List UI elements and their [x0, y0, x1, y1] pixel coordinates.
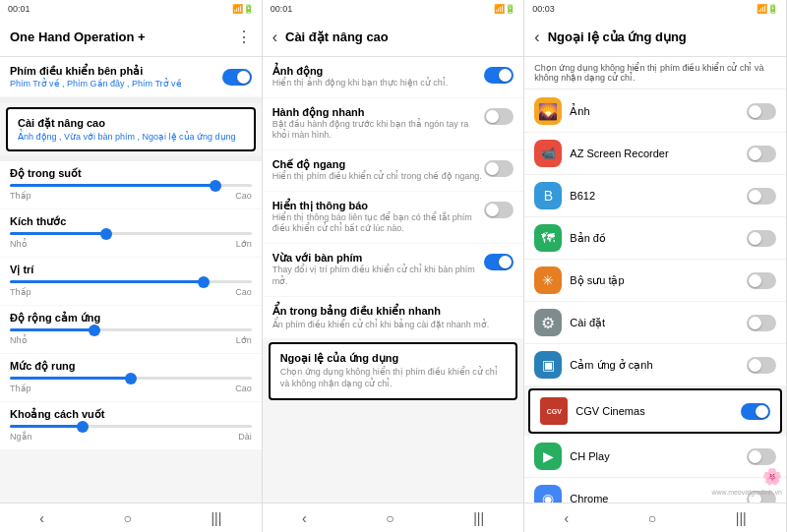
slider-section-2[interactable]: Vị trí Thấp Cao [0, 258, 262, 305]
p2-toggle-knob-1 [486, 110, 499, 123]
slider-right-label-5: Dài [238, 432, 252, 442]
app-toggle-7[interactable] [741, 403, 770, 420]
app-icon-6: ▣ [534, 351, 562, 379]
p2-toggle-4[interactable] [484, 254, 514, 270]
p2-toggle-row-1[interactable]: Hành động nhanh Bật đầu hành động trước … [263, 98, 524, 149]
panel-desc-3: Chọn ứng dụng không hiển thị phím điều k… [524, 57, 786, 89]
app-item-1[interactable]: 📹 AZ Screen Recorder [524, 133, 786, 175]
nav-back-2[interactable]: ‹ [294, 506, 315, 530]
p2-toggle-row-0[interactable]: Ảnh động Hiển thị ảnh động khi bạn thực … [263, 57, 524, 97]
slider-section-5[interactable]: Khoảng cách vuốt Ngắn Dài [0, 402, 262, 449]
p2-item-6[interactable]: Ngoại lệ của ứng dụng Chọn ứng dụng khôn… [269, 342, 518, 399]
slider-thumb-5 [77, 421, 89, 433]
app-name-2: B612 [570, 190, 747, 202]
slider-track-3[interactable] [10, 328, 252, 331]
back-arrow-2[interactable]: ‹ [272, 29, 277, 46]
nav-back-1[interactable]: ‹ [31, 506, 52, 530]
app-name-3: Bản đồ [570, 232, 747, 245]
app-title-1: One Hand Operation + [10, 30, 232, 44]
slider-track-4[interactable] [10, 377, 252, 380]
slider-fill-3 [10, 328, 94, 331]
p2-toggle-0[interactable] [484, 67, 514, 84]
items-container-2: Ảnh động Hiển thị ảnh động khi bạn thực … [263, 57, 524, 400]
app-header-2: ‹ Cài đặt nâng cao [263, 18, 524, 57]
app-toggle-knob-7 [756, 405, 768, 418]
app-icon-0: 🌄 [534, 97, 562, 125]
p2-toggle-1[interactable] [484, 108, 514, 125]
watermark-lotus-icon: 🌸 [711, 466, 782, 488]
app-item-2[interactable]: B B612 [524, 175, 786, 217]
app-toggle-0[interactable] [747, 103, 776, 120]
nav-home-2[interactable]: ○ [378, 506, 401, 530]
slider-track-2[interactable] [10, 280, 252, 283]
slider-section-3[interactable]: Độ rộng cảm ứng Nhỏ Lớn [0, 306, 262, 353]
app-item-3[interactable]: 🗺 Bản đồ [524, 217, 786, 260]
slider-right-label-3: Lớn [236, 335, 252, 345]
slider-thumb-2 [198, 276, 210, 288]
slider-section-4[interactable]: Mức độ rung Thấp Cao [0, 354, 262, 401]
app-name-7: CGV Cinemas [575, 405, 741, 417]
toggle-row-right-key[interactable]: Phím điều khiển bên phải Phím Trở về , P… [0, 57, 262, 96]
watermark: 🌸 www.meovatgiadinh.vn [711, 466, 782, 498]
toggle-switch-1[interactable] [222, 69, 252, 86]
slider-track-0[interactable] [10, 184, 252, 187]
app-item-5[interactable]: ⚙ Cài đặt [524, 302, 786, 344]
app-toggle-2[interactable] [747, 188, 776, 205]
p2-toggle-row-3[interactable]: Hiển thị thông báo Hiển thị thông báo li… [263, 192, 524, 243]
app-toggle-knob-4 [749, 274, 761, 287]
p2-item-title-5: Ẩn trong bảng điều khiển nhanh [272, 305, 515, 318]
section-item-advanced[interactable]: Cài đặt nâng cao Ảnh động , Vừa với bàn … [6, 107, 256, 151]
menu-icon-1[interactable]: ⋮ [236, 28, 252, 46]
app-toggle-1[interactable] [747, 146, 776, 162]
app-toggle-6[interactable] [747, 357, 776, 374]
nav-home-1[interactable]: ○ [115, 506, 139, 530]
slider-thumb-3 [89, 325, 100, 336]
app-toggle-8[interactable] [747, 448, 776, 465]
back-arrow-3[interactable]: ‹ [534, 29, 539, 46]
app-toggle-knob-6 [749, 359, 761, 372]
nav-recent-1[interactable]: ||| [203, 506, 229, 530]
app-item-4[interactable]: ✳ Bộ sưu tập [524, 260, 786, 302]
app-header-1: One Hand Operation + ⋮ [0, 18, 262, 57]
p2-toggle-3[interactable] [484, 202, 514, 218]
app-toggle-4[interactable] [747, 272, 776, 289]
app-name-6: Cảm ứng ở cạnh [570, 359, 747, 372]
app-item-0[interactable]: 🌄 Ảnh [524, 90, 786, 133]
nav-back-3[interactable]: ‹ [557, 506, 577, 530]
slider-track-5[interactable] [10, 425, 252, 428]
nav-home-3[interactable]: ○ [640, 506, 664, 530]
app-title-2: Cài đặt nâng cao [285, 30, 514, 44]
slider-title-5: Khoảng cách vuốt [10, 408, 252, 421]
slider-section-1[interactable]: Kích thước Nhỏ Lớn [0, 209, 262, 257]
app-toggle-3[interactable] [747, 230, 776, 247]
app-item-7[interactable]: CGV CGV Cinemas [528, 388, 782, 434]
app-icon-8: ▶ [534, 443, 562, 470]
slider-title-3: Độ rộng cảm ứng [10, 312, 252, 325]
slider-fill-1 [10, 232, 106, 235]
p2-toggle-label-2: Chế độ ngang [272, 158, 485, 171]
bottom-nav-1: ‹ ○ ||| [0, 502, 262, 532]
p2-toggle-row-4[interactable]: Vừa với bàn phím Thay đổi vị trí phím đi… [263, 244, 524, 295]
app-item-6[interactable]: ▣ Cảm ứng ở cạnh [524, 344, 786, 386]
p2-item-desc-5: Ẩn phím điều khiển cử chỉ khi bảng cài đ… [272, 320, 515, 331]
p2-toggle-desc-3: Hiển thị thông báo liên tục để bạn có th… [272, 212, 485, 235]
p2-toggle-2[interactable] [484, 160, 514, 177]
slider-thumb-0 [210, 180, 221, 192]
p2-toggle-desc-1: Bật đầu hành động trước khi bạn thả ngón… [272, 119, 485, 142]
p2-toggle-row-2[interactable]: Chế độ ngang Hiển thị phím điều khiển cử… [263, 150, 524, 191]
app-toggle-knob-0 [749, 105, 761, 118]
slider-title-2: Vị trí [10, 264, 252, 276]
slider-section-0[interactable]: Độ trong suốt Thấp Cao [0, 161, 262, 208]
app-toggle-5[interactable] [747, 315, 776, 331]
p2-item-5[interactable]: Ẩn trong bảng điều khiển nhanh Ẩn phím đ… [263, 297, 524, 339]
status-bar-3: 00:03 📶🔋 [524, 0, 786, 18]
p2-toggle-desc-2: Hiển thị phím điều khiển cử chỉ trong ch… [272, 171, 485, 183]
nav-recent-2[interactable]: ||| [465, 506, 492, 530]
nav-recent-3[interactable]: ||| [728, 506, 755, 530]
slider-fill-5 [10, 425, 83, 428]
slider-labels-2: Thấp Cao [10, 287, 252, 297]
app-toggle-knob-5 [749, 317, 761, 329]
slider-track-1[interactable] [10, 232, 252, 235]
app-header-3: ‹ Ngoại lệ của ứng dụng [524, 18, 786, 57]
advanced-subtitle: Ảnh động , Vừa với bàn phím , Ngoại lệ c… [18, 132, 244, 142]
